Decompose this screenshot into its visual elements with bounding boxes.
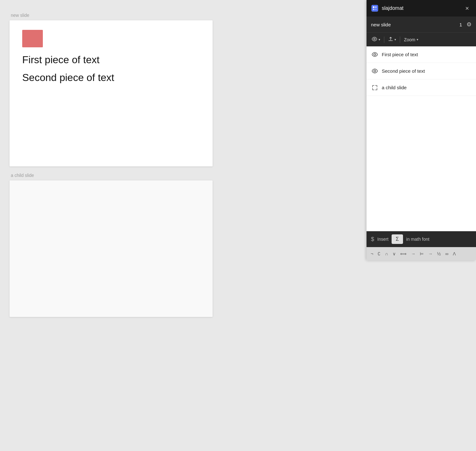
symbol-iff[interactable]: ⟺ <box>399 251 407 257</box>
toolbar-divider1 <box>384 37 384 43</box>
svg-rect-1 <box>373 6 374 8</box>
slide1-rectangle <box>22 30 43 47</box>
view-button[interactable]: ▾ <box>370 36 382 44</box>
symbol-or[interactable]: ∨ <box>392 251 397 257</box>
panel-titlebar: slajdomat × <box>367 0 476 17</box>
panel-items-list: First piece of text Second piece of text <box>367 46 476 231</box>
panel-item-label-second-text: Second piece of text <box>382 68 425 74</box>
app-icon <box>371 4 379 12</box>
slide2-section: a child slide <box>10 173 301 317</box>
view-chevron: ▾ <box>379 38 380 41</box>
item-eye-icon-2 <box>372 69 378 73</box>
toolbar-divider2 <box>400 37 400 43</box>
panel-symbol-row: ¬ ∁ ∩ ∨ ⟺ → ⊨ → ½ ∞ Λ <box>367 247 476 260</box>
slide1-card: First piece of text Second piece of text <box>10 20 213 166</box>
zoom-label: Zoom <box>404 37 415 42</box>
symbol-models[interactable]: ⊨ <box>419 251 425 257</box>
panel-item-first-text[interactable]: First piece of text <box>367 46 476 63</box>
slide1-text2: Second piece of text <box>22 71 200 84</box>
zoom-chevron: ▾ <box>417 38 418 41</box>
svg-rect-0 <box>372 5 378 11</box>
symbol-infinity[interactable]: ∞ <box>444 251 449 257</box>
symbol-half[interactable]: ½ <box>436 251 442 257</box>
upload-chevron: ▾ <box>394 38 396 41</box>
panel-item-label-first-text: First piece of text <box>382 52 418 57</box>
slide2-label: a child slide <box>10 173 301 178</box>
panel-item-label-child-slide: a child slide <box>382 85 407 90</box>
panel: slajdomat × new slide 1 ⚙ ▾ <box>367 0 476 260</box>
close-button[interactable]: × <box>463 4 472 13</box>
symbol-intersection[interactable]: ∩ <box>384 251 389 257</box>
sigma-button[interactable]: Σ <box>392 234 403 244</box>
slide1-content: First piece of text Second piece of text <box>10 20 213 93</box>
upload-icon <box>388 37 393 43</box>
svg-rect-4 <box>375 9 377 10</box>
app-name: slajdomat <box>382 5 463 11</box>
slide1-text1: First piece of text <box>22 54 200 66</box>
symbol-not[interactable]: ¬ <box>370 251 374 257</box>
math-font-label: in math font <box>406 237 429 242</box>
canvas-area: new slide First piece of text Second pie… <box>0 0 311 451</box>
slide1-label: new slide <box>10 13 301 18</box>
panel-math-bar: $ Insert Σ in math font <box>367 231 476 247</box>
svg-point-5 <box>374 38 375 40</box>
panel-slide-number: 1 <box>459 22 462 27</box>
panel-item-second-text[interactable]: Second piece of text <box>367 63 476 79</box>
svg-point-6 <box>374 54 376 56</box>
symbol-lambda[interactable]: Λ <box>452 251 457 257</box>
symbol-arrow[interactable]: → <box>427 251 433 257</box>
eye-icon <box>372 37 377 42</box>
zoom-button[interactable]: Zoom ▾ <box>402 36 420 44</box>
svg-rect-3 <box>373 9 374 10</box>
item-expand-icon <box>372 84 378 91</box>
dollar-symbol: $ <box>371 236 374 243</box>
panel-slide-name: new slide <box>371 22 459 27</box>
item-eye-icon-1 <box>372 52 378 57</box>
panel-item-child-slide[interactable]: a child slide <box>367 79 476 96</box>
panel-header: new slide 1 ⚙ <box>367 17 476 32</box>
svg-rect-2 <box>375 6 377 8</box>
svg-point-7 <box>374 70 376 72</box>
symbol-complement[interactable]: ∁ <box>377 251 381 257</box>
symbol-implies[interactable]: → <box>410 251 416 257</box>
slide2-card <box>10 180 213 317</box>
insert-label: Insert <box>377 237 388 242</box>
upload-button[interactable]: ▾ <box>386 35 398 44</box>
settings-icon[interactable]: ⚙ <box>466 21 472 28</box>
panel-toolbar: ▾ ▾ Zoom ▾ <box>367 32 476 46</box>
